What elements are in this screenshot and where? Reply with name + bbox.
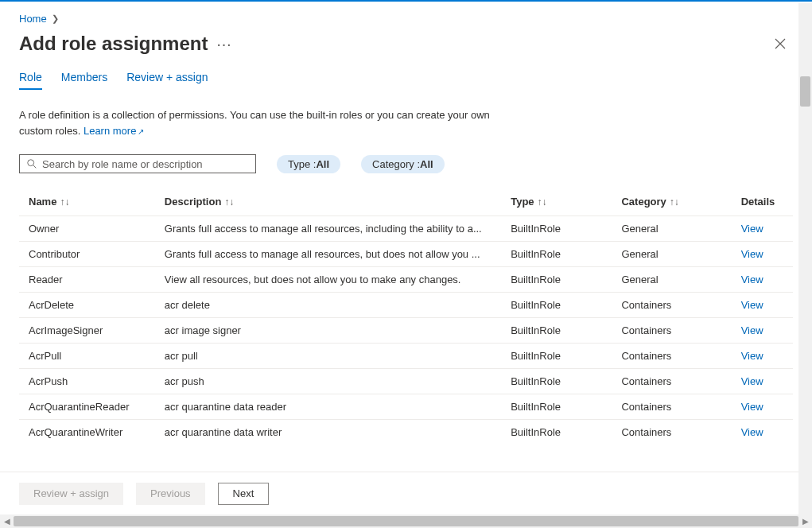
cell-type: BuiltInRole <box>511 369 621 394</box>
view-link[interactable]: View <box>741 274 763 285</box>
cell-description: acr quarantine data reader <box>165 394 511 420</box>
cell-description: acr quarantine data writer <box>165 420 511 445</box>
cell-type: BuiltInRole <box>511 267 621 293</box>
cell-category: Containers <box>621 318 740 344</box>
table-row[interactable]: Reader View all resources, but does not … <box>19 267 793 293</box>
tab-review-assign[interactable]: Review + assign <box>126 71 208 90</box>
cell-description: View all resources, but does not allow y… <box>165 267 511 293</box>
review-assign-button[interactable]: Review + assign <box>19 483 123 505</box>
close-icon <box>775 38 786 49</box>
cell-category: General <box>621 216 740 242</box>
column-header-type[interactable]: Type↑↓ <box>511 188 621 216</box>
tab-members[interactable]: Members <box>61 71 107 90</box>
cell-category: General <box>621 267 740 293</box>
cell-category: General <box>621 242 740 267</box>
cell-description: acr pull <box>165 344 511 369</box>
footer-bar: Review + assign Previous Next <box>0 472 798 514</box>
sort-icon: ↑↓ <box>224 196 234 208</box>
view-link[interactable]: View <box>741 223 763 235</box>
view-link[interactable]: View <box>741 248 763 260</box>
previous-button[interactable]: Previous <box>136 483 205 505</box>
cell-category: Containers <box>621 344 740 369</box>
column-header-description[interactable]: Description↑↓ <box>165 188 511 216</box>
cell-category: Containers <box>621 293 740 318</box>
tab-role[interactable]: Role <box>19 71 42 90</box>
table-row[interactable]: AcrQuarantineWriter acr quarantine data … <box>19 420 793 445</box>
scroll-right-icon[interactable]: ▶ <box>798 517 812 526</box>
sort-icon: ↑↓ <box>538 196 547 208</box>
more-icon[interactable]: … <box>216 33 231 55</box>
column-header-category[interactable]: Category↑↓ <box>621 188 740 216</box>
sort-icon: ↑↓ <box>60 196 69 208</box>
cell-description: acr delete <box>165 293 511 318</box>
scrollbar-thumb[interactable] <box>14 516 798 526</box>
column-header-name[interactable]: Name↑↓ <box>19 188 165 216</box>
table-row[interactable]: AcrImageSigner acr image signer BuiltInR… <box>19 318 793 344</box>
scrollbar-vertical[interactable] <box>798 3 812 514</box>
external-link-icon: ↗ <box>138 127 144 136</box>
cell-type: BuiltInRole <box>511 420 621 445</box>
next-button[interactable]: Next <box>218 483 270 505</box>
tabs: Role Members Review + assign <box>19 71 793 90</box>
breadcrumb-home[interactable]: Home <box>19 13 47 25</box>
cell-name: AcrQuarantineWriter <box>19 420 165 445</box>
table-row[interactable]: Owner Grants full access to manage all r… <box>19 216 793 242</box>
view-link[interactable]: View <box>741 375 763 387</box>
cell-type: BuiltInRole <box>511 394 621 420</box>
cell-category: Containers <box>621 420 740 445</box>
cell-name: AcrQuarantineReader <box>19 394 165 420</box>
cell-type: BuiltInRole <box>511 293 621 318</box>
cell-name: Contributor <box>19 242 165 267</box>
cell-description: acr image signer <box>165 318 511 344</box>
search-input[interactable] <box>42 158 249 170</box>
scroll-left-icon[interactable]: ◀ <box>0 517 14 526</box>
cell-description: acr push <box>165 369 511 394</box>
filter-category[interactable]: Category : All <box>361 155 445 173</box>
cell-type: BuiltInRole <box>511 242 621 267</box>
search-input-wrapper[interactable] <box>19 154 256 173</box>
view-link[interactable]: View <box>741 324 763 336</box>
roles-table: Name↑↓ Description↑↓ Type↑↓ Category↑↓ D… <box>19 188 793 445</box>
cell-name: AcrPush <box>19 369 165 394</box>
view-link[interactable]: View <box>741 350 763 362</box>
scrollbar-thumb[interactable] <box>800 76 810 107</box>
table-row[interactable]: AcrDelete acr delete BuiltInRole Contain… <box>19 293 793 318</box>
chevron-right-icon: ❯ <box>52 14 59 24</box>
view-link[interactable]: View <box>741 426 763 438</box>
cell-description: Grants full access to manage all resourc… <box>165 216 511 242</box>
cell-type: BuiltInRole <box>511 344 621 369</box>
svg-point-0 <box>28 160 34 166</box>
table-row[interactable]: Contributor Grants full access to manage… <box>19 242 793 267</box>
cell-name: Owner <box>19 216 165 242</box>
cell-type: BuiltInRole <box>511 318 621 344</box>
cell-category: Containers <box>621 369 740 394</box>
table-row[interactable]: AcrPull acr pull BuiltInRole Containers … <box>19 344 793 369</box>
cell-type: BuiltInRole <box>511 216 621 242</box>
learn-more-link[interactable]: Learn more↗ <box>84 125 144 137</box>
view-link[interactable]: View <box>741 401 763 413</box>
close-button[interactable] <box>767 31 793 56</box>
role-description-text: A role definition is a collection of per… <box>19 107 512 138</box>
cell-description: Grants full access to manage all resourc… <box>165 242 511 267</box>
column-header-details: Details <box>741 188 793 216</box>
view-link[interactable]: View <box>741 299 763 311</box>
sort-icon: ↑↓ <box>670 196 679 208</box>
search-icon <box>26 158 37 169</box>
table-row[interactable]: AcrQuarantineReader acr quarantine data … <box>19 394 793 420</box>
svg-line-1 <box>33 165 37 169</box>
filter-type[interactable]: Type : All <box>277 155 340 173</box>
cell-name: AcrPull <box>19 344 165 369</box>
cell-category: Containers <box>621 394 740 420</box>
breadcrumb: Home ❯ <box>19 13 793 25</box>
table-row[interactable]: AcrPush acr push BuiltInRole Containers … <box>19 369 793 394</box>
cell-name: AcrImageSigner <box>19 318 165 344</box>
cell-name: AcrDelete <box>19 293 165 318</box>
page-title: Add role assignment <box>19 33 208 55</box>
scrollbar-horizontal[interactable]: ◀ ▶ <box>0 514 812 528</box>
cell-name: Reader <box>19 267 165 293</box>
